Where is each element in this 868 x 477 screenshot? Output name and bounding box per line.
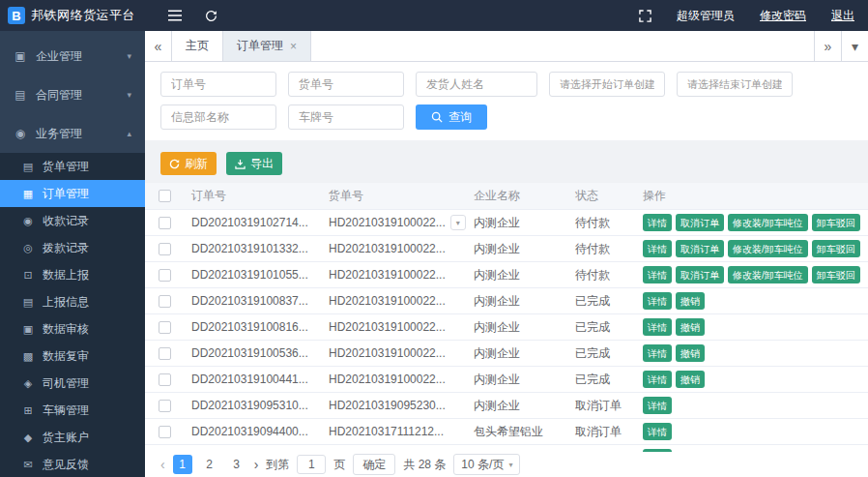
detail-button[interactable]: 详情 bbox=[643, 214, 672, 231]
order-no-input[interactable] bbox=[160, 72, 276, 97]
tabs-dropdown-icon[interactable]: ▾ bbox=[841, 31, 868, 61]
row-checkbox[interactable] bbox=[159, 295, 171, 308]
row-checkbox[interactable] bbox=[159, 400, 171, 412]
sidebar-item-vehicle-management[interactable]: ⊞ 车辆管理 bbox=[0, 397, 145, 424]
start-time-input[interactable] bbox=[549, 72, 665, 97]
prev-page-icon[interactable]: ‹ bbox=[160, 458, 165, 471]
row-checkbox[interactable] bbox=[159, 347, 171, 360]
sidebar-item-enterprise-management[interactable]: ▣ 企业管理 ▾ bbox=[0, 37, 145, 75]
modify-tonnage-button[interactable]: 修改装/卸车吨位 bbox=[728, 214, 808, 231]
select-all-checkbox[interactable] bbox=[159, 190, 171, 202]
revoke-button[interactable]: 撤销 bbox=[676, 371, 705, 388]
export-button[interactable]: 导出 bbox=[226, 152, 282, 175]
sidebar-item-allocation-records[interactable]: ◎ 拨款记录 bbox=[0, 234, 145, 261]
row-checkbox[interactable] bbox=[159, 269, 171, 282]
data-reporting-icon: ⊡ bbox=[21, 269, 35, 282]
sidebar-item-collection-records[interactable]: ◉ 收款记录 bbox=[0, 207, 145, 234]
sidebar-item-waybill-management[interactable]: ▤ 货单管理 bbox=[0, 153, 145, 180]
fullscreen-icon[interactable] bbox=[639, 10, 651, 22]
sidebar-item-feedback[interactable]: ✉ 意见反馈 bbox=[0, 451, 145, 477]
waybill-no-cell: HD20210319100022... bbox=[321, 294, 466, 308]
close-icon[interactable]: × bbox=[290, 40, 297, 53]
cancel-order-button[interactable]: 取消订单 bbox=[676, 266, 724, 283]
enterprise-management-icon: ▣ bbox=[14, 49, 27, 63]
sidebar-item-driver-management[interactable]: ◈ 司机管理 bbox=[0, 370, 145, 397]
waybill-no-input[interactable] bbox=[288, 72, 404, 97]
table-row: DD20210319094303 HD20210318103850 亿圆科技 取… bbox=[145, 445, 868, 452]
tab-order-management[interactable]: 订单管理 × bbox=[223, 31, 311, 61]
unload-reject-button[interactable]: 卸车驳回 bbox=[812, 266, 860, 283]
next-page-icon[interactable]: › bbox=[254, 458, 259, 471]
revoke-button[interactable]: 撤销 bbox=[676, 318, 705, 336]
detail-button[interactable]: 详情 bbox=[643, 423, 672, 440]
cancel-order-button[interactable]: 取消订单 bbox=[676, 214, 724, 231]
revoke-button[interactable]: 撤销 bbox=[676, 292, 705, 310]
detail-button[interactable]: 详情 bbox=[643, 344, 672, 362]
detail-button[interactable]: 详情 bbox=[643, 397, 672, 414]
tabs-scroll-right-icon[interactable]: » bbox=[814, 31, 841, 61]
change-password-link[interactable]: 修改密码 bbox=[760, 8, 806, 24]
table-header-row: 订单号 货单号 企业名称 状态 操作 bbox=[145, 183, 868, 210]
tab-home[interactable]: 主页 bbox=[172, 31, 223, 61]
row-checkbox[interactable] bbox=[159, 217, 171, 229]
sidebar-item-data-recheck[interactable]: ▩ 数据复审 bbox=[0, 343, 145, 370]
detail-button[interactable]: 详情 bbox=[643, 318, 672, 336]
unload-reject-button[interactable]: 卸车驳回 bbox=[812, 240, 860, 257]
sidebar-item-data-audit[interactable]: ▣ 数据审核 bbox=[0, 315, 145, 343]
search-button[interactable]: 查询 bbox=[416, 104, 487, 130]
sidebar-item-reported-info[interactable]: ▤ 上报信息 bbox=[0, 288, 145, 315]
revoke-button[interactable]: 撤销 bbox=[676, 344, 705, 362]
reported-info-icon: ▤ bbox=[21, 296, 35, 309]
menu-label: 数据复审 bbox=[43, 348, 89, 365]
table-toolbar: 刷新 导出 bbox=[160, 152, 853, 175]
waybill-no-cell: HD20210319100022... bbox=[321, 346, 466, 360]
plate-no-input[interactable] bbox=[288, 104, 404, 130]
refresh-button[interactable]: 刷新 bbox=[160, 152, 217, 175]
detail-button[interactable]: 详情 bbox=[643, 371, 672, 388]
sidebar-item-contract-management[interactable]: ▤ 合同管理 ▾ bbox=[0, 75, 145, 114]
sidebar-item-business-management[interactable]: ◉ 业务管理 ▴ bbox=[0, 114, 145, 153]
page-unit-label: 页 bbox=[333, 457, 345, 473]
goto-page-input[interactable] bbox=[297, 455, 326, 474]
chevron-down-icon[interactable]: ▾ bbox=[450, 215, 466, 230]
waybill-no-cell: HD20210319095230... bbox=[321, 399, 466, 412]
business-submenu: ▤ 货单管理 ▦ 订单管理 ◉ 收款记录 ◎ 拨款记录 ⊡ 数据上报 bbox=[0, 153, 145, 477]
sidebar-item-shipper-account[interactable]: ◆ 货主账户 bbox=[0, 424, 145, 451]
header-company: 企业名称 bbox=[466, 188, 567, 204]
refresh-page-icon[interactable] bbox=[205, 10, 217, 22]
data-audit-icon: ▣ bbox=[21, 323, 35, 336]
page-size-select[interactable]: 10 条/页 ▾ bbox=[453, 454, 520, 475]
sidebar-item-data-reporting[interactable]: ⊡ 数据上报 bbox=[0, 261, 145, 288]
goto-label: 到第 bbox=[266, 457, 289, 473]
row-checkbox[interactable] bbox=[159, 321, 171, 334]
end-time-input[interactable] bbox=[677, 72, 793, 97]
shipper-name-input[interactable] bbox=[416, 72, 537, 97]
row-checkbox[interactable] bbox=[159, 426, 171, 438]
sidebar-collapse-icon[interactable] bbox=[168, 10, 182, 21]
tabs-scroll-left-icon[interactable]: « bbox=[145, 31, 172, 61]
cancel-order-button[interactable]: 取消订单 bbox=[676, 240, 724, 257]
table-row: DD20210319095310... HD20210319095230... … bbox=[145, 393, 868, 419]
app-window: B 邦铁网络货运平台 超级管理员 修改密码 退出 ▣ 企业管理 ▾ bbox=[0, 0, 868, 477]
page-button-2[interactable]: 2 bbox=[200, 455, 219, 474]
page-button-1[interactable]: 1 bbox=[173, 455, 192, 474]
order-no-cell: DD20210319101055... bbox=[184, 268, 321, 282]
info-dept-input[interactable] bbox=[160, 104, 276, 130]
page-button-3[interactable]: 3 bbox=[227, 455, 246, 474]
detail-button[interactable]: 详情 bbox=[643, 292, 672, 310]
chevron-down-icon: ▾ bbox=[127, 51, 131, 61]
modify-tonnage-button[interactable]: 修改装/卸车吨位 bbox=[728, 240, 808, 257]
row-checkbox[interactable] bbox=[159, 243, 171, 255]
table-row: DD20210319100837... HD20210319100022... … bbox=[145, 288, 868, 314]
modify-tonnage-button[interactable]: 修改装/卸车吨位 bbox=[728, 266, 808, 283]
menu-label: 拨款记录 bbox=[43, 240, 89, 256]
goto-confirm-button[interactable]: 确定 bbox=[353, 454, 395, 475]
detail-button[interactable]: 详情 bbox=[643, 240, 672, 257]
logout-link[interactable]: 退出 bbox=[831, 8, 854, 24]
unload-reject-button[interactable]: 卸车驳回 bbox=[812, 214, 860, 231]
sidebar-item-order-management[interactable]: ▦ 订单管理 bbox=[0, 180, 145, 207]
row-checkbox[interactable] bbox=[159, 373, 171, 386]
table-row: DD20210319101055... HD20210319100022... … bbox=[145, 262, 868, 288]
detail-button[interactable]: 详情 bbox=[643, 266, 672, 283]
menu-label: 合同管理 bbox=[36, 87, 82, 104]
